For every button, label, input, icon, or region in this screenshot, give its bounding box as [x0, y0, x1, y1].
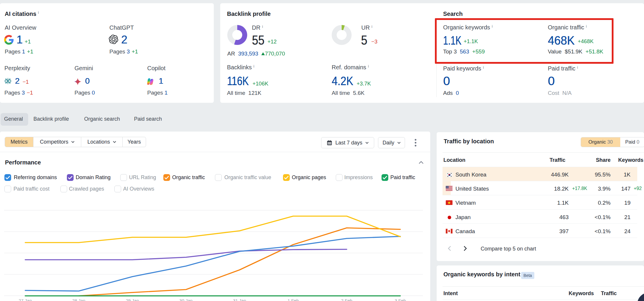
svg-text:31 Jan: 31 Jan	[233, 298, 246, 301]
svg-text:30 Jan: 30 Jan	[179, 298, 193, 301]
svg-text:2 Feb: 2 Feb	[341, 298, 352, 301]
svg-text:29 Jan: 29 Jan	[126, 298, 139, 301]
svg-text:28 Jan: 28 Jan	[72, 298, 85, 301]
svg-text:1 Feb: 1 Feb	[287, 298, 299, 301]
svg-text:27 Jan: 27 Jan	[18, 298, 32, 301]
svg-text:3 Feb: 3 Feb	[395, 298, 406, 301]
